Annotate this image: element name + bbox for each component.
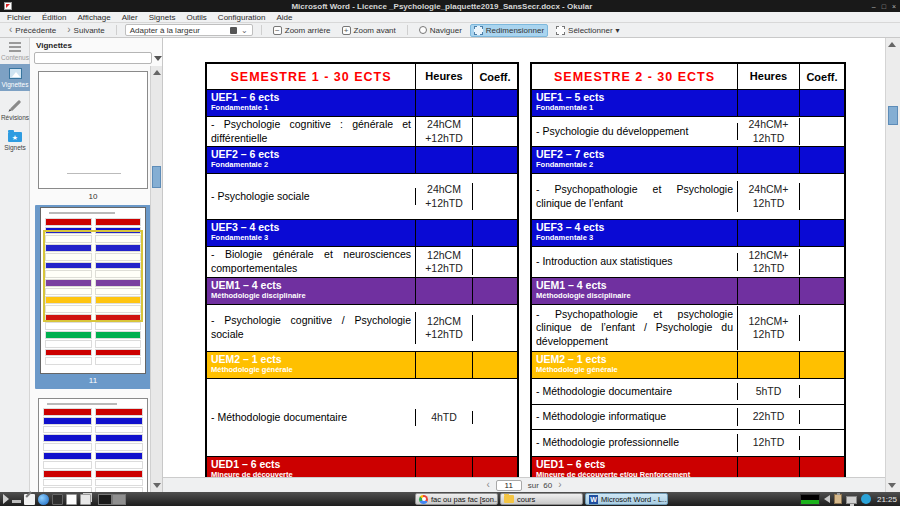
minimize-button[interactable]: – bbox=[872, 3, 876, 10]
table-row: - Psychopathologie et Psychologie cliniq… bbox=[532, 174, 844, 220]
menu-edition[interactable]: Édition bbox=[42, 13, 66, 22]
thumbnails-search-input[interactable] bbox=[34, 52, 152, 64]
panel-scroll-thumb[interactable] bbox=[152, 166, 161, 188]
zoom-mode-select[interactable]: Adapter à la largeur ⌄ bbox=[125, 24, 253, 36]
table-row: UEF2 – 6 ectsFondamentale 2 bbox=[207, 147, 517, 174]
taskbar-window-word-okular[interactable]: W Microsoft Word - L... bbox=[585, 493, 668, 505]
cpu-graph-icon[interactable] bbox=[800, 494, 820, 505]
menu-aller[interactable]: Aller bbox=[122, 13, 138, 22]
zoom-out-label: Zoom arrière bbox=[285, 26, 331, 35]
coeff-header: Coeff. bbox=[473, 64, 517, 89]
navigate-tool-button[interactable]: Naviguer bbox=[416, 25, 465, 36]
maximize-button[interactable]: □ bbox=[882, 3, 886, 10]
chevron-right-icon: › bbox=[67, 26, 70, 34]
selection-icon bbox=[556, 26, 565, 35]
page-next-icon[interactable]: › bbox=[558, 481, 561, 489]
menu-configuration[interactable]: Configuration bbox=[218, 13, 266, 22]
thumbnail-label-10: 10 bbox=[30, 192, 156, 201]
sidebar-tab-revisions[interactable]: Révisions bbox=[0, 91, 30, 124]
document-scrollbar[interactable] bbox=[885, 38, 900, 492]
panel-scrollbar[interactable] bbox=[150, 66, 162, 492]
chevron-down-icon: ⌄ bbox=[241, 26, 248, 35]
heures-header: Heures bbox=[416, 64, 473, 89]
previous-page-button[interactable]: ‹ Précédente bbox=[6, 25, 59, 36]
next-page-button[interactable]: › Suivante bbox=[64, 25, 107, 36]
zoom-mode-icon bbox=[230, 27, 237, 34]
sidebar-tab-contenus[interactable]: Contenus bbox=[0, 38, 30, 64]
menu-aide[interactable]: Aide bbox=[276, 13, 292, 22]
scroll-up-icon[interactable] bbox=[888, 42, 896, 47]
menu-fichier[interactable]: Fichier bbox=[7, 13, 31, 22]
close-button[interactable]: × bbox=[892, 3, 896, 10]
menu-affichage[interactable]: Affichage bbox=[77, 13, 110, 22]
pencil-icon bbox=[9, 100, 20, 111]
toolbar-separator bbox=[407, 25, 408, 35]
zoom-out-button[interactable]: − Zoom arrière bbox=[270, 25, 334, 36]
semestre2-table: SEMESTRE 2 - 30 ECTS Heures Coeff. UEF1 … bbox=[530, 62, 846, 483]
viewport-rectangle[interactable] bbox=[43, 230, 143, 322]
sidebar-tab-signets[interactable]: ★ Signets bbox=[0, 124, 30, 154]
workspace-pager[interactable] bbox=[98, 494, 126, 505]
thumbnail-page-12[interactable] bbox=[38, 398, 148, 492]
thumbnails-icon bbox=[9, 68, 22, 79]
terminal-launcher-icon[interactable] bbox=[52, 494, 63, 505]
menu-bar: Fichier Édition Affichage Aller Signets … bbox=[0, 12, 900, 23]
filter-icon bbox=[154, 56, 162, 61]
clipboard-icon[interactable] bbox=[834, 494, 842, 504]
table-row: UEF2 – 7 ectsFondamentale 2 bbox=[532, 147, 844, 174]
table-row: - Méthodologie informatique 22hTD bbox=[532, 405, 844, 430]
document-launcher-icon[interactable] bbox=[66, 494, 77, 505]
network-icon[interactable] bbox=[846, 496, 857, 504]
thumbnail-page-10[interactable] bbox=[38, 71, 148, 189]
applications-menu-icon[interactable] bbox=[3, 494, 9, 504]
table-row: - Psychopathologie et psychologie cliniq… bbox=[532, 305, 844, 352]
filter-button[interactable]: ⌄ bbox=[155, 52, 163, 64]
table-row: - Psychologie cognitive / Psychologie so… bbox=[207, 305, 517, 352]
tab-label: Vignettes bbox=[2, 81, 29, 88]
toolbar-separator bbox=[116, 25, 117, 35]
chrome-icon bbox=[419, 495, 428, 504]
current-page-input[interactable]: 11 bbox=[496, 480, 522, 491]
scroll-up-icon[interactable] bbox=[153, 70, 161, 75]
coeff-header: Coeff. bbox=[800, 64, 844, 89]
filemanager-launcher-icon[interactable] bbox=[80, 494, 91, 505]
volume-icon[interactable] bbox=[824, 495, 830, 503]
table-row: - Méthodologie documentaire 5hTD bbox=[532, 379, 844, 405]
tab-label: Révisions bbox=[1, 114, 29, 121]
messenger-icon[interactable] bbox=[861, 494, 871, 504]
resize-label: Redimensionner bbox=[486, 26, 544, 35]
menu-outils[interactable]: Outils bbox=[186, 13, 206, 22]
mini-table-column bbox=[95, 408, 144, 492]
main-toolbar: ‹ Précédente › Suivante Adapter à la lar… bbox=[0, 23, 900, 38]
taskbar: fac ou pas fac [son... cours W Microsoft… bbox=[0, 492, 900, 506]
document-scroll-thumb[interactable] bbox=[888, 106, 898, 125]
zoom-mode-value: Adapter à la largeur bbox=[130, 26, 226, 35]
menu-signets[interactable]: Signets bbox=[149, 13, 176, 22]
taskbar-window-cours[interactable]: cours bbox=[500, 493, 583, 505]
thumbnail-page-11-selected[interactable]: 11 bbox=[35, 205, 151, 389]
okular-app-icon bbox=[4, 2, 12, 10]
scroll-down-icon[interactable] bbox=[888, 483, 896, 488]
next-label: Suivante bbox=[74, 26, 105, 35]
page-previous-icon[interactable]: ‹ bbox=[486, 481, 489, 489]
panel-title: Vignettes bbox=[30, 38, 162, 52]
browser-launcher-icon[interactable] bbox=[38, 494, 49, 505]
sidebar-tab-vignettes[interactable]: Vignettes bbox=[0, 64, 30, 91]
table-row: UEM2 – 1 ectsMéthodologie générale bbox=[207, 352, 517, 379]
taskbar-window-chrome[interactable]: fac ou pas fac [son... bbox=[415, 493, 498, 505]
contents-icon bbox=[9, 42, 21, 52]
toolbar-separator bbox=[261, 25, 262, 35]
workspace-1[interactable] bbox=[98, 494, 112, 505]
select-label: Sélectionner bbox=[568, 26, 612, 35]
workspace-2[interactable] bbox=[112, 494, 126, 505]
scroll-down-icon[interactable] bbox=[153, 483, 161, 488]
editor-launcher-icon[interactable] bbox=[24, 494, 35, 505]
select-tool-button[interactable]: Sélectionner ▾ bbox=[553, 25, 623, 36]
thumbnail-page-11-preview bbox=[40, 207, 146, 374]
zoom-in-button[interactable]: + Zoom avant bbox=[339, 25, 399, 36]
window-title: Microsoft Word - Licence _Psychologie_pl… bbox=[12, 2, 872, 11]
resize-tool-button[interactable]: Redimensionner bbox=[470, 24, 548, 37]
show-desktop-icon[interactable] bbox=[12, 500, 21, 503]
table-row: - Biologie générale et neurosciences com… bbox=[207, 247, 517, 278]
zoom-out-icon: − bbox=[273, 26, 282, 35]
